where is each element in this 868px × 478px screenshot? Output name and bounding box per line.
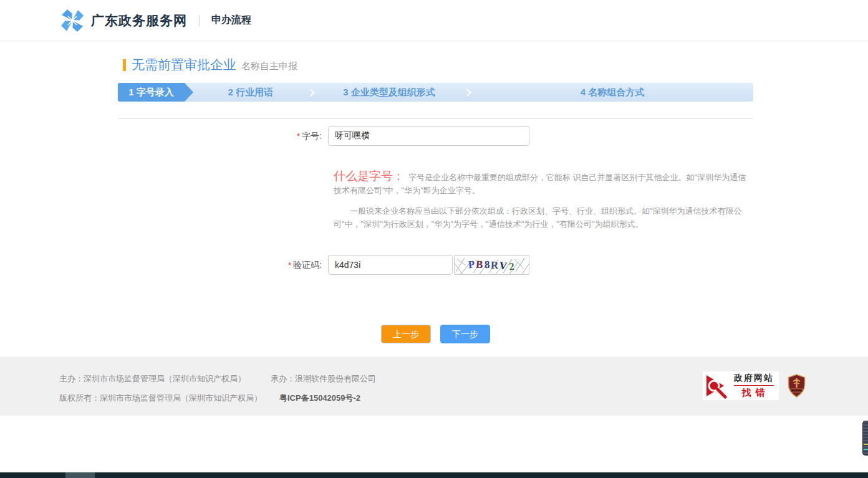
error-badge-text: 政府网站 找错	[734, 373, 774, 399]
page-title: 无需前置审批企业	[132, 56, 236, 74]
captcha-input[interactable]	[328, 255, 453, 275]
name-input[interactable]	[328, 126, 529, 146]
tab-step-3[interactable]: 3 企业类型及组织形式	[315, 83, 463, 102]
step-2-label: 2 行业用语	[228, 87, 274, 98]
nav-label: 申办流程	[211, 14, 251, 27]
page-title-row: 无需前置审批企业 名称自主申报	[118, 41, 753, 74]
browser-extension-edge-widget[interactable]	[862, 421, 868, 456]
tab-step-1-active[interactable]: 1 字号录入	[118, 83, 185, 102]
header-divider	[199, 15, 200, 26]
tab-step-2[interactable]: 2 行业用语	[185, 83, 307, 102]
error-badge-line2: 找错	[734, 387, 774, 399]
page-subtitle: 名称自主申报	[241, 58, 297, 72]
horizontal-scrollbar-track[interactable]	[0, 472, 868, 478]
info-paragraph-1: 什么是字号：字号是企业名称中最重要的组成部分，它能标 识自己并显著区别于其他企业…	[334, 170, 753, 197]
captcha-field-label: *验证码:	[118, 255, 328, 275]
widget-stripe	[864, 449, 868, 450]
name-field-label: *字号:	[118, 126, 328, 146]
step-4-label: 4 名称组合方式	[581, 87, 645, 98]
step-1-label: 1 字号录入	[128, 87, 174, 98]
security-shield-badge-icon[interactable]	[788, 374, 806, 398]
header: 广东政务服务网 申办流程	[0, 0, 868, 41]
captcha-char: 2	[508, 261, 516, 274]
pinwheel-logo-icon	[59, 8, 85, 33]
captcha-image[interactable]: P B 8 R V 2	[454, 255, 529, 275]
required-marker: *	[297, 131, 300, 141]
error-badge-line1: 政府网站	[734, 373, 774, 384]
captcha-text: P B 8 R V 2	[455, 256, 529, 274]
chevron-right-icon	[463, 88, 471, 97]
error-badge-rule	[734, 385, 774, 386]
info-paragraph-2: 一般说来企业名称应当由以下部分依次组成：行政区划、字号、行业、组织形式。如"深圳…	[334, 204, 753, 231]
site-name: 广东政务服务网	[91, 12, 187, 29]
next-step-button[interactable]: 下一步	[440, 325, 490, 343]
step-tabs: 1 字号录入 2 行业用语 3 企业类型及组织形式 4 名称组合方式	[118, 83, 753, 102]
title-accent-bar	[123, 59, 126, 71]
footer: 主办：深圳市市场监督管理局（深圳市知识产权局）承办：浪潮软件股份有限公司 版权所…	[0, 356, 868, 416]
section-divider	[118, 118, 753, 119]
step-3-label: 3 企业类型及组织形式	[343, 87, 435, 98]
footer-copyright: 版权所有：深圳市市场监督管理局（深圳市知识产权局）	[59, 393, 262, 403]
button-row: 上一步 下一步	[118, 325, 753, 343]
name-field-row: *字号:	[118, 126, 753, 146]
prev-step-button[interactable]: 上一步	[381, 325, 431, 343]
icp-link[interactable]: 粤ICP备15042059号-2	[279, 393, 360, 403]
required-marker: *	[288, 261, 291, 270]
widget-stripe	[864, 444, 868, 445]
horizontal-scrollbar-thumb[interactable]	[65, 472, 95, 478]
main-content: 无需前置审批企业 名称自主申报 1 字号录入 2 行业用语 3 企业类型及组织形…	[118, 41, 753, 343]
captcha-char: V	[499, 259, 509, 273]
gov-site-error-report-badge[interactable]: 政府网站 找错	[703, 371, 779, 400]
info-heading: 什么是字号：	[334, 170, 405, 183]
chevron-right-icon	[307, 88, 315, 97]
tab-step-4[interactable]: 4 名称组合方式	[471, 83, 753, 102]
footer-badges: 政府网站 找错	[703, 371, 806, 400]
footer-host: 主办：深圳市市场监督管理局（深圳市知识产权局）	[59, 374, 246, 383]
step-arrow-icon	[185, 83, 193, 102]
footer-undertaker: 承办：浪潮软件股份有限公司	[271, 374, 376, 383]
captcha-field-row: *验证码:	[118, 255, 753, 275]
info-block: 什么是字号：字号是企业名称中最重要的组成部分，它能标 识自己并显著区别于其他企业…	[334, 170, 753, 231]
captcha-char: B	[476, 259, 485, 272]
magnifier-flag-icon	[705, 373, 731, 399]
